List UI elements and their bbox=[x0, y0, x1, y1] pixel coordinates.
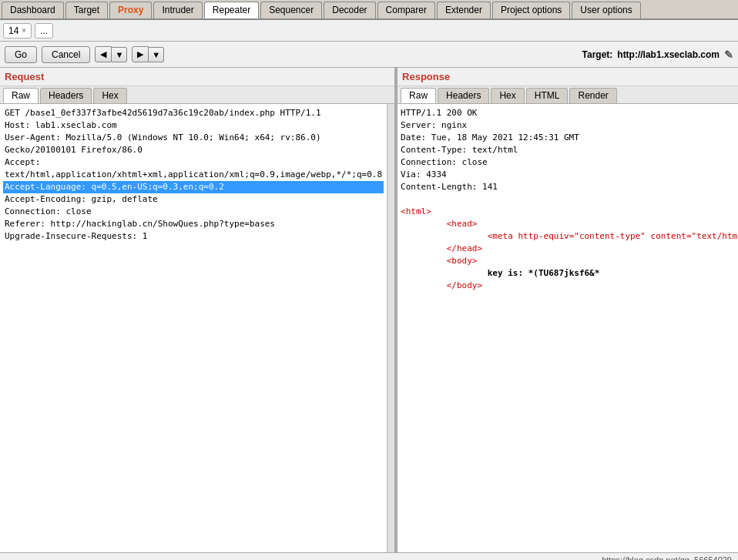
response-tab-raw[interactable]: Raw bbox=[401, 88, 436, 103]
response-tab-html[interactable]: HTML bbox=[526, 88, 569, 103]
response-line: <html> bbox=[401, 206, 738, 218]
request-tabs: RawHeadersHex bbox=[0, 86, 394, 104]
response-line: Date: Tue, 18 May 2021 12:45:31 GMT bbox=[401, 132, 738, 144]
nav-tab-extender[interactable]: Extender bbox=[437, 2, 491, 18]
fwd-nav-group: ▶ ▼ bbox=[132, 46, 164, 62]
target-url: http://lab1.xseclab.com bbox=[617, 49, 720, 60]
request-line: Upgrade-Insecure-Requests: 1 bbox=[3, 230, 384, 243]
response-line: Connection: close bbox=[401, 156, 738, 169]
main-content: Request RawHeadersHex GET /base1_0ef337f… bbox=[0, 68, 738, 552]
request-tab-hex[interactable]: Hex bbox=[93, 88, 126, 103]
request-title: Request bbox=[0, 68, 394, 86]
nav-tab-sequencer[interactable]: Sequencer bbox=[260, 2, 322, 18]
response-line: key is: *(TU687jksf6&* bbox=[401, 267, 738, 280]
response-line: <body> bbox=[401, 255, 738, 267]
nav-tab-comparer[interactable]: Comparer bbox=[377, 2, 435, 18]
nav-tabs: DashboardTargetProxyIntruderRepeaterSequ… bbox=[0, 0, 738, 20]
response-tabs: RawHeadersHexHTMLRender bbox=[398, 86, 738, 104]
request-line: GET /base1_0ef337f3afbe42d5619d7a36c19c2… bbox=[3, 107, 384, 119]
target-info: Target: http://lab1.xseclab.com ✎ bbox=[582, 49, 733, 61]
nav-tab-target[interactable]: Target bbox=[65, 2, 108, 18]
request-pane: Request RawHeadersHex GET /base1_0ef337f… bbox=[0, 68, 396, 552]
go-button[interactable]: Go bbox=[5, 46, 37, 63]
response-line: Via: 4334 bbox=[401, 169, 738, 181]
nav-tab-repeater[interactable]: Repeater bbox=[204, 2, 259, 18]
request-content-wrap: GET /base1_0ef337f3afbe42d5619d7a36c19c2… bbox=[0, 104, 394, 552]
repeater-tab-14[interactable]: 14 × bbox=[3, 23, 32, 39]
close-tab-icon[interactable]: × bbox=[22, 26, 26, 35]
request-line: text/html,application/xhtml+xml,applicat… bbox=[3, 169, 384, 181]
request-line: Gecko/20100101 Firefox/86.0 bbox=[3, 144, 384, 156]
repeater-tab-bar: 14 × ... bbox=[0, 20, 738, 42]
more-tabs-button[interactable]: ... bbox=[35, 23, 53, 39]
status-url: https://blog.csdn.net/qq_56654029 bbox=[602, 555, 732, 561]
fwd-drop-button[interactable]: ▼ bbox=[149, 47, 164, 62]
nav-tab-decoder[interactable]: Decoder bbox=[324, 2, 375, 18]
response-line: </body> bbox=[401, 280, 738, 292]
response-line: </head> bbox=[401, 243, 738, 255]
request-content[interactable]: GET /base1_0ef337f3afbe42d5619d7a36c19c2… bbox=[0, 104, 387, 552]
request-line: User-Agent: Mozilla/5.0 (Windows NT 10.0… bbox=[3, 132, 384, 144]
request-line: Referer: http://hackinglab.cn/ShowQues.p… bbox=[3, 218, 384, 230]
response-line: Content-Type: text/html bbox=[401, 144, 738, 156]
edit-target-icon[interactable]: ✎ bbox=[724, 49, 733, 61]
fwd-button[interactable]: ▶ bbox=[132, 46, 149, 62]
request-tab-headers[interactable]: Headers bbox=[40, 88, 92, 103]
request-tab-raw[interactable]: Raw bbox=[3, 88, 39, 103]
response-line bbox=[401, 193, 738, 206]
cancel-button[interactable]: Cancel bbox=[42, 46, 90, 63]
nav-tab-user-options[interactable]: User options bbox=[572, 2, 640, 18]
response-tab-headers[interactable]: Headers bbox=[438, 88, 489, 103]
response-line: <meta http-equiv="content-type" content=… bbox=[401, 230, 738, 243]
response-pane: Response RawHeadersHexHTMLRender HTTP/1.… bbox=[398, 68, 738, 552]
response-title: Response bbox=[398, 68, 738, 86]
request-line: Accept-Encoding: gzip, deflate bbox=[3, 193, 384, 206]
nav-tab-proxy[interactable]: Proxy bbox=[109, 2, 152, 18]
target-label: Target: bbox=[582, 49, 613, 60]
response-content[interactable]: HTTP/1.1 200 OKServer: nginxDate: Tue, 1… bbox=[398, 104, 738, 552]
back-nav-group: ◀ ▼ bbox=[95, 46, 127, 62]
request-line: Connection: close bbox=[3, 206, 384, 218]
back-drop-button[interactable]: ▼ bbox=[112, 47, 127, 62]
nav-tab-intruder[interactable]: Intruder bbox=[153, 2, 202, 18]
request-line: Accept-Language: q=0.5,en-US;q=0.3,en;q=… bbox=[3, 181, 384, 193]
request-line: Accept: bbox=[3, 156, 384, 169]
response-tab-hex[interactable]: Hex bbox=[491, 88, 524, 103]
response-line: Content-Length: 141 bbox=[401, 181, 738, 193]
status-bar: https://blog.csdn.net/qq_56654029 bbox=[0, 552, 738, 560]
response-line: <head> bbox=[401, 218, 738, 230]
response-line: HTTP/1.1 200 OK bbox=[401, 107, 738, 119]
response-tab-render[interactable]: Render bbox=[569, 88, 616, 103]
back-button[interactable]: ◀ bbox=[95, 46, 112, 62]
nav-tab-dashboard[interactable]: Dashboard bbox=[2, 2, 64, 18]
nav-tab-project-options[interactable]: Project options bbox=[492, 2, 570, 18]
response-line: Server: nginx bbox=[401, 119, 738, 132]
controls-row: Go Cancel ◀ ▼ ▶ ▼ Target: http://lab1.xs… bbox=[0, 42, 738, 68]
request-line: Host: lab1.xseclab.com bbox=[3, 119, 384, 132]
request-scrollbar[interactable] bbox=[387, 104, 394, 552]
